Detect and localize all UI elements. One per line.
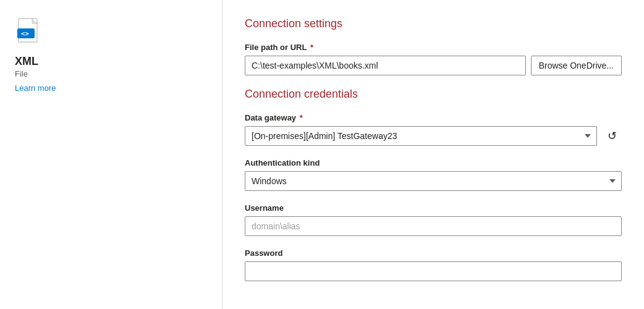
password-label: Password	[245, 248, 622, 258]
username-input[interactable]	[245, 216, 622, 236]
refresh-button[interactable]: ↺	[602, 126, 622, 146]
authentication-kind-select-wrapper: Windows	[245, 171, 622, 191]
username-label: Username	[245, 203, 622, 213]
required-star: *	[308, 43, 313, 52]
data-gateway-row: [On-premises][Admin] TestGateway23 ↺	[245, 126, 622, 146]
authentication-kind-label: Authentication kind	[245, 158, 622, 167]
file-path-label: File path or URL *	[245, 43, 622, 52]
sidebar-title: XML	[15, 55, 38, 68]
sidebar: <> XML File Learn more	[0, 0, 222, 309]
browse-onedrive-button[interactable]: Browse OneDrive...	[531, 56, 622, 75]
svg-text:<>: <>	[21, 30, 30, 38]
file-path-input[interactable]	[245, 56, 526, 75]
data-gateway-select[interactable]: [On-premises][Admin] TestGateway23	[245, 126, 597, 146]
data-gateway-label: Data gateway *	[245, 113, 622, 122]
learn-more-link[interactable]: Learn more	[15, 83, 56, 93]
password-input[interactable]	[245, 261, 622, 281]
main-content: Connection settings File path or URL * B…	[222, 0, 644, 309]
connection-credentials-title: Connection credentials	[245, 88, 622, 101]
password-group: Password	[245, 248, 622, 281]
refresh-icon: ↺	[608, 129, 617, 143]
file-path-group: File path or URL * Browse OneDrive...	[245, 43, 622, 75]
authentication-kind-select[interactable]: Windows	[245, 171, 622, 191]
data-gateway-select-wrapper: [On-premises][Admin] TestGateway23	[245, 126, 597, 146]
connection-settings-title: Connection settings	[245, 17, 622, 30]
xml-file-icon: <>	[15, 17, 44, 49]
authentication-kind-group: Authentication kind Windows	[245, 158, 622, 191]
sidebar-subtitle: File	[15, 69, 28, 78]
data-gateway-group: Data gateway * [On-premises][Admin] Test…	[245, 113, 622, 146]
required-star-gateway: *	[297, 113, 303, 122]
connection-credentials-section: Connection credentials Data gateway * [O…	[245, 88, 622, 281]
file-path-row: Browse OneDrive...	[245, 56, 622, 75]
username-group: Username	[245, 203, 622, 236]
